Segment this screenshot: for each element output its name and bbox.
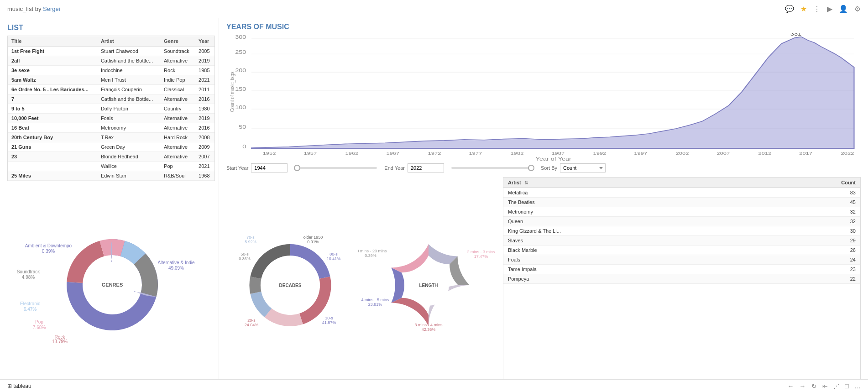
genre-pop-label: Pop <box>35 319 43 324</box>
cell-count: 26 <box>762 246 860 255</box>
nav-more-icon[interactable]: … <box>854 382 861 390</box>
svg-text:0.36%: 0.36% <box>239 256 251 261</box>
cell-artist: Catfish and the Bottle... <box>97 94 160 104</box>
sort-by-label: Sort By <box>541 165 557 171</box>
comment-icon[interactable]: 💬 <box>785 5 794 13</box>
music-list-table-container[interactable]: Title Artist Genre Year 1st Free Fight S… <box>7 36 215 181</box>
user-icon[interactable]: 👤 <box>839 5 848 13</box>
present-icon[interactable]: ▶ <box>827 5 832 13</box>
music-list-table: Title Artist Genre Year 1st Free Fight S… <box>8 36 214 181</box>
artist-col-header[interactable]: Artist ⇅ <box>503 178 762 188</box>
svg-text:1982: 1982 <box>511 151 524 156</box>
count-col-header[interactable]: Count <box>762 178 860 188</box>
cell-title: 25 Miles <box>8 171 97 181</box>
artist-table-row: Black Marble 26 <box>503 246 860 255</box>
cell-title: 2all <box>8 56 97 66</box>
genre-altind-label: Alternative & Indie <box>157 260 195 265</box>
col-artist: Artist <box>97 36 160 47</box>
genre-center-label: GENRES <box>102 282 123 287</box>
length-donut-section: LENGTH 2 mins - 3 mins 17.47% 10 mins - … <box>358 177 499 388</box>
genre-soundtrack-label: Soundtrack <box>17 269 41 274</box>
artist-table-row: Slaves 29 <box>503 236 860 246</box>
svg-text:Count of music_tags: Count of music_tags <box>229 72 235 112</box>
svg-text:LENGTH: LENGTH <box>419 283 438 288</box>
share-icon[interactable]: ⋮ <box>813 5 821 13</box>
artist-table-section[interactable]: Artist ⇅ Count Metallica 83 The Beatles … <box>503 177 861 388</box>
cell-artist-name: Queen <box>503 217 762 226</box>
length-donut-chart: LENGTH 2 mins - 3 mins 17.47% 10 mins - … <box>358 230 499 335</box>
controls-row: Start Year End Year Sort By Count <box>226 163 861 172</box>
cell-artist-name: Tame Impala <box>503 265 762 274</box>
col-year: Year <box>195 36 214 47</box>
cell-artist-name: Black Marble <box>503 246 762 255</box>
svg-text:2017: 2017 <box>799 151 812 156</box>
nav-prev-icon[interactable]: ← <box>788 382 794 390</box>
cell-title: 6e Ordre No. 5 - Les Baricades... <box>8 85 97 94</box>
cell-genre: Alternative <box>160 123 195 133</box>
start-year-input[interactable] <box>251 163 288 172</box>
area-path <box>251 37 854 148</box>
author-link[interactable]: Sergei <box>43 5 60 12</box>
svg-text:DECADES: DECADES <box>279 283 302 288</box>
svg-text:100: 100 <box>235 105 246 110</box>
cell-artist: Edwin Starr <box>97 171 160 181</box>
nav-next-icon[interactable]: → <box>800 382 806 390</box>
artist-table-row: Tame Impala 23 <box>503 265 860 274</box>
cell-year: 2007 <box>195 152 214 162</box>
sort-by-select[interactable]: Count Artist Year <box>560 163 606 172</box>
start-year-slider-handle[interactable] <box>294 165 300 171</box>
cell-artist: François Couperin <box>97 85 160 94</box>
table-row: 3e sexe Indochine Rock 1985 <box>8 66 214 75</box>
table-row: Wallice Pop 2021 <box>8 162 214 171</box>
svg-text:150: 150 <box>235 86 246 92</box>
years-section: YEARS OF MUSIC 0 50 100 150 200 250 300 … <box>226 23 861 175</box>
cell-count: 30 <box>762 226 860 236</box>
cell-year: 2008 <box>195 133 214 142</box>
svg-text:2012: 2012 <box>758 151 772 156</box>
cell-artist: Foals <box>97 114 160 123</box>
cell-year: 1985 <box>195 66 214 75</box>
header-icons: 💬 ★ ⋮ ▶ 👤 ⚙ <box>785 5 861 13</box>
star-icon[interactable]: ★ <box>800 5 807 13</box>
cell-title: 10,000 Feet <box>8 114 97 123</box>
genre-rock-pct: 13.79% <box>52 339 68 344</box>
genre-alt-pct: 0.39% <box>42 249 55 254</box>
end-year-input[interactable] <box>408 163 444 172</box>
settings-icon[interactable]: ⚙ <box>854 5 861 13</box>
cell-year: 1980 <box>195 104 214 114</box>
end-year-slider-handle[interactable] <box>528 165 534 171</box>
start-year-slider-track[interactable] <box>295 167 377 169</box>
genre-altind-pct: 49.09% <box>168 266 184 271</box>
list-title: LIST <box>7 24 215 32</box>
svg-text:20-s: 20-s <box>247 318 256 323</box>
svg-text:2 mins - 3 mins: 2 mins - 3 mins <box>467 250 495 254</box>
cell-year: 2019 <box>195 114 214 123</box>
years-area-chart: 0 50 100 150 200 250 300 Count of music_… <box>226 33 861 161</box>
left-panel: LIST Title Artist Genre Year 1st Free Fi… <box>0 18 219 392</box>
nav-back-icon[interactable]: ⇤ <box>822 382 828 390</box>
svg-text:331: 331 <box>790 33 801 37</box>
table-row: 25 Miles Edwin Starr R&B/Soul 1968 <box>8 171 214 181</box>
tableau-logo: ⊞ tableau <box>7 383 31 389</box>
sort-icon[interactable]: ⇅ <box>524 180 528 185</box>
nav-share-icon[interactable]: ⋰ <box>833 382 840 390</box>
cell-genre: Alternative <box>160 114 195 123</box>
cell-title: 7 <box>8 94 97 104</box>
header-by: by <box>35 5 42 12</box>
nav-reload-icon[interactable]: ↻ <box>811 382 817 390</box>
sort-by-group: Sort By Count Artist Year <box>541 163 606 172</box>
bottom-row: DECADES older 1950 0.91% 00-s 10.41% 70-… <box>226 177 861 388</box>
genre-chart-area: GENRES Ambient & Downtempo 0.39% Soundtr… <box>7 181 215 388</box>
end-year-label: End Year <box>384 165 405 171</box>
end-year-slider-track[interactable] <box>451 167 533 169</box>
nav-expand-icon[interactable]: □ <box>845 382 849 390</box>
table-row: 23 Blonde Redhead Alternative 2007 <box>8 152 214 162</box>
svg-text:4 mins - 5 mins: 4 mins - 5 mins <box>361 298 389 302</box>
table-row: 6e Ordre No. 5 - Les Baricades... Franço… <box>8 85 214 94</box>
right-panel: YEARS OF MUSIC 0 50 100 150 200 250 300 … <box>219 18 868 392</box>
svg-text:10.41%: 10.41% <box>327 256 341 261</box>
cell-year: 2021 <box>195 162 214 171</box>
svg-text:50-s: 50-s <box>241 252 249 256</box>
cell-year: 2016 <box>195 94 214 104</box>
svg-text:Year of Year: Year of Year <box>536 156 572 161</box>
